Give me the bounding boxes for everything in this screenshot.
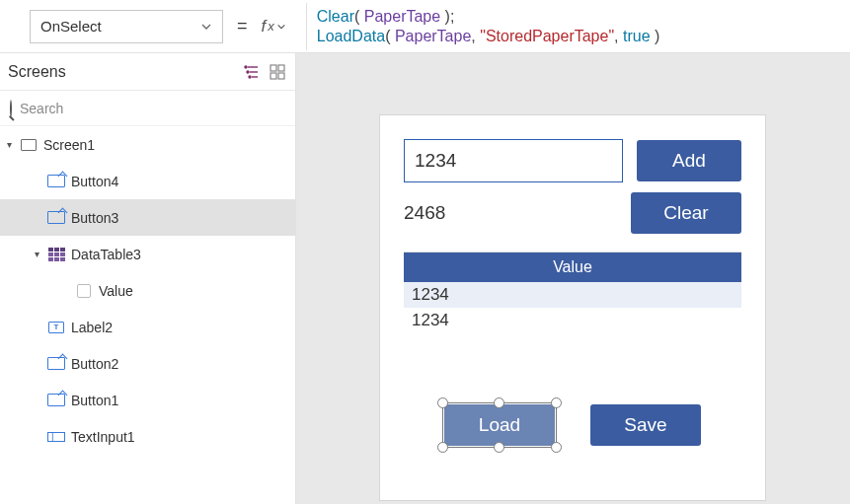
- btn-icon: [47, 211, 65, 225]
- expand-caret-icon[interactable]: ▾: [4, 139, 14, 150]
- svg-point-3: [245, 66, 247, 68]
- fx-indicator[interactable]: fx: [262, 17, 292, 36]
- tree-item-label: TextInput1: [71, 429, 135, 445]
- svg-rect-8: [270, 73, 276, 79]
- tree-item-label: Label2: [71, 320, 113, 335]
- formula-bar: OnSelect = fx Clear( PaperTape );LoadDat…: [0, 0, 850, 53]
- tree-item-button2[interactable]: Button2: [0, 345, 295, 382]
- tree-item-textinput1[interactable]: TextInput1: [0, 418, 295, 455]
- screen-icon: [20, 138, 38, 152]
- label-icon: T: [47, 321, 65, 334]
- tree-item-button3[interactable]: Button3: [0, 199, 295, 236]
- svg-point-5: [249, 76, 251, 78]
- search-icon: [10, 101, 12, 116]
- load-button[interactable]: Load: [444, 404, 555, 446]
- resize-handle[interactable]: [494, 397, 504, 408]
- add-button[interactable]: Add: [637, 140, 741, 181]
- tree-item-button4[interactable]: Button4: [0, 163, 295, 199]
- app-preview: Add 2468 Clear Value 12341234 Load: [379, 114, 766, 501]
- chevron-down-icon: [200, 21, 212, 33]
- svg-rect-7: [278, 65, 284, 71]
- resize-handle[interactable]: [437, 442, 448, 453]
- canvas-area[interactable]: Add 2468 Clear Value 12341234 Load: [296, 53, 850, 504]
- sum-label: 2468: [404, 202, 445, 224]
- field-icon: [75, 284, 93, 298]
- tree-header: Screens: [0, 53, 295, 91]
- svg-rect-9: [278, 73, 284, 79]
- tree-list: ▾Screen1Button4Button3▾DataTable3ValueTL…: [0, 126, 295, 504]
- selected-control[interactable]: Load: [444, 404, 555, 446]
- tree-item-datatable3[interactable]: ▾DataTable3: [0, 236, 295, 272]
- property-dropdown[interactable]: OnSelect: [30, 10, 223, 43]
- tree-search[interactable]: [0, 91, 295, 126]
- tree-item-label: DataTable3: [71, 247, 141, 262]
- resize-handle[interactable]: [494, 442, 504, 453]
- resize-handle[interactable]: [551, 397, 562, 408]
- tree-item-screen1[interactable]: ▾Screen1: [0, 126, 295, 163]
- tree-item-label: Button4: [71, 174, 118, 189]
- tree-item-button1[interactable]: Button1: [0, 382, 295, 418]
- resize-handle[interactable]: [551, 442, 562, 453]
- table-row[interactable]: 1234: [404, 282, 741, 308]
- tree-item-label: Button3: [71, 210, 118, 226]
- number-input[interactable]: [404, 139, 623, 182]
- tree-item-label: Button1: [71, 393, 118, 408]
- btn-icon: [47, 175, 65, 188]
- main-area: Screens ▾Screen1Button4Button3▾DataTable…: [0, 53, 850, 504]
- table-row[interactable]: 1234: [404, 308, 741, 333]
- property-dropdown-label: OnSelect: [40, 18, 102, 35]
- tree-title: Screens: [8, 63, 66, 81]
- btn-icon: [47, 357, 65, 371]
- tree-item-label2[interactable]: TLabel2: [0, 309, 295, 345]
- data-table[interactable]: Value 12341234: [404, 252, 741, 333]
- tree-view-list-icon[interactable]: [244, 64, 260, 80]
- table-icon: [47, 248, 65, 261]
- tree-item-label: Value: [99, 283, 133, 299]
- svg-point-4: [247, 71, 249, 73]
- tree-item-label: Button2: [71, 356, 118, 372]
- equals-sign: =: [237, 16, 248, 36]
- formula-input[interactable]: Clear( PaperTape );LoadData( PaperTape, …: [306, 3, 840, 50]
- chevron-down-icon: [276, 22, 286, 32]
- table-header: Value: [404, 252, 741, 282]
- fx-label: f: [262, 17, 267, 36]
- resize-handle[interactable]: [437, 397, 448, 408]
- expand-caret-icon[interactable]: ▾: [32, 249, 41, 259]
- textinput-icon: [47, 430, 65, 444]
- tree-item-label: Screen1: [43, 137, 95, 153]
- save-button[interactable]: Save: [590, 404, 701, 446]
- tree-item-value[interactable]: Value: [0, 272, 295, 309]
- svg-rect-6: [270, 65, 276, 71]
- thumbnail-view-icon[interactable]: [270, 64, 285, 80]
- btn-icon: [47, 394, 65, 407]
- tree-search-input[interactable]: [20, 101, 285, 116]
- tree-panel: Screens ▾Screen1Button4Button3▾DataTable…: [0, 53, 296, 504]
- clear-button[interactable]: Clear: [631, 192, 741, 234]
